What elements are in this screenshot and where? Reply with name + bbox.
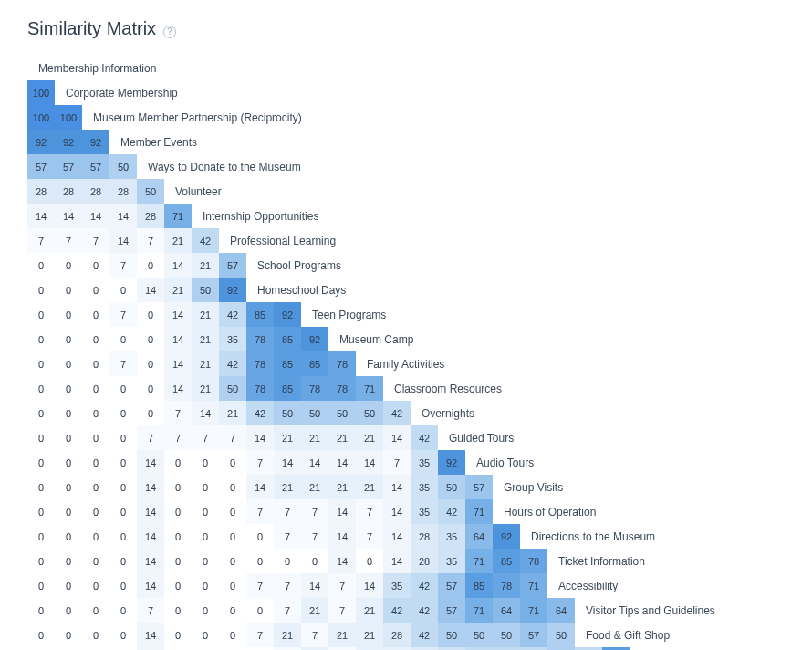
- matrix-cell[interactable]: 7: [246, 573, 274, 598]
- matrix-cell[interactable]: 0: [109, 598, 137, 623]
- matrix-cell[interactable]: 7: [27, 228, 55, 253]
- matrix-cell[interactable]: 0: [109, 278, 137, 302]
- matrix-cell[interactable]: 50: [438, 475, 465, 499]
- matrix-cell[interactable]: 35: [438, 549, 465, 573]
- matrix-cell[interactable]: 21: [192, 351, 219, 376]
- matrix-cell[interactable]: 7: [274, 499, 301, 524]
- matrix-cell[interactable]: 0: [55, 327, 82, 351]
- matrix-cell[interactable]: 14: [383, 524, 411, 549]
- matrix-cell[interactable]: 21: [192, 376, 219, 401]
- matrix-cell[interactable]: 14: [246, 425, 274, 450]
- matrix-cell[interactable]: 78: [328, 376, 356, 401]
- matrix-cell[interactable]: 92: [274, 302, 301, 327]
- matrix-cell[interactable]: 21: [192, 302, 219, 327]
- matrix-cell[interactable]: 7: [246, 623, 274, 647]
- matrix-cell[interactable]: 0: [55, 302, 82, 327]
- matrix-cell[interactable]: 78: [246, 327, 274, 351]
- matrix-cell[interactable]: 0: [137, 401, 164, 425]
- matrix-cell[interactable]: 0: [27, 549, 55, 573]
- matrix-cell[interactable]: 14: [356, 450, 383, 475]
- matrix-cell[interactable]: 14: [137, 450, 164, 475]
- matrix-cell[interactable]: 0: [27, 401, 55, 425]
- matrix-cell[interactable]: 57: [219, 253, 246, 278]
- matrix-cell[interactable]: 0: [55, 376, 82, 401]
- matrix-cell[interactable]: 50: [137, 179, 164, 204]
- matrix-cell[interactable]: 0: [55, 425, 82, 450]
- matrix-cell[interactable]: 50: [219, 376, 246, 401]
- matrix-cell[interactable]: 14: [383, 475, 411, 499]
- matrix-cell[interactable]: 92: [55, 130, 82, 154]
- matrix-cell[interactable]: 0: [27, 623, 55, 647]
- matrix-cell[interactable]: 0: [55, 623, 82, 647]
- matrix-cell[interactable]: 0: [82, 573, 109, 598]
- matrix-cell[interactable]: 100: [55, 105, 82, 130]
- matrix-cell[interactable]: 21: [328, 475, 356, 499]
- matrix-cell[interactable]: 7: [356, 524, 383, 549]
- matrix-cell[interactable]: 0: [82, 401, 109, 425]
- matrix-cell[interactable]: 14: [137, 549, 164, 573]
- matrix-cell[interactable]: 0: [55, 524, 82, 549]
- matrix-cell[interactable]: 21: [301, 475, 328, 499]
- matrix-cell[interactable]: 21: [274, 475, 301, 499]
- matrix-cell[interactable]: 0: [164, 524, 192, 549]
- matrix-cell[interactable]: 14: [109, 204, 137, 228]
- matrix-cell[interactable]: 0: [82, 524, 109, 549]
- matrix-cell[interactable]: 0: [55, 598, 82, 623]
- matrix-cell[interactable]: 0: [27, 524, 55, 549]
- matrix-cell[interactable]: 0: [109, 524, 137, 549]
- matrix-cell[interactable]: 21: [356, 425, 383, 450]
- matrix-cell[interactable]: 0: [82, 450, 109, 475]
- matrix-cell[interactable]: 0: [55, 401, 82, 425]
- matrix-cell[interactable]: 64: [547, 598, 575, 623]
- matrix-cell[interactable]: 7: [246, 499, 274, 524]
- matrix-cell[interactable]: 0: [219, 450, 246, 475]
- matrix-cell[interactable]: 14: [109, 228, 137, 253]
- matrix-cell[interactable]: 57: [438, 573, 465, 598]
- matrix-cell[interactable]: 42: [192, 228, 219, 253]
- matrix-cell[interactable]: 57: [27, 154, 55, 179]
- matrix-cell[interactable]: 21: [356, 475, 383, 499]
- matrix-cell[interactable]: 0: [164, 450, 192, 475]
- matrix-cell[interactable]: 21: [328, 623, 356, 647]
- matrix-cell[interactable]: 7: [82, 228, 109, 253]
- matrix-cell[interactable]: 7: [55, 228, 82, 253]
- matrix-cell[interactable]: 0: [55, 351, 82, 376]
- matrix-cell[interactable]: 0: [109, 549, 137, 573]
- matrix-cell[interactable]: 0: [55, 450, 82, 475]
- matrix-cell[interactable]: 85: [465, 573, 493, 598]
- matrix-cell[interactable]: 0: [55, 549, 82, 573]
- matrix-cell[interactable]: 7: [246, 450, 274, 475]
- matrix-cell[interactable]: 71: [465, 499, 493, 524]
- matrix-cell[interactable]: 0: [301, 549, 328, 573]
- matrix-cell[interactable]: 0: [55, 573, 82, 598]
- matrix-cell[interactable]: 14: [301, 450, 328, 475]
- matrix-cell[interactable]: 0: [27, 278, 55, 302]
- matrix-cell[interactable]: 0: [82, 475, 109, 499]
- matrix-cell[interactable]: 71: [520, 573, 547, 598]
- matrix-cell[interactable]: 78: [493, 573, 520, 598]
- matrix-cell[interactable]: 14: [82, 204, 109, 228]
- matrix-cell[interactable]: 0: [82, 425, 109, 450]
- matrix-cell[interactable]: 78: [328, 351, 356, 376]
- matrix-cell[interactable]: 0: [137, 376, 164, 401]
- matrix-cell[interactable]: 35: [438, 524, 465, 549]
- matrix-cell[interactable]: 57: [520, 623, 547, 647]
- matrix-cell[interactable]: 0: [109, 450, 137, 475]
- matrix-cell[interactable]: 50: [192, 278, 219, 302]
- matrix-cell[interactable]: 7: [137, 228, 164, 253]
- matrix-cell[interactable]: 0: [27, 425, 55, 450]
- matrix-cell[interactable]: 7: [301, 524, 328, 549]
- matrix-cell[interactable]: 7: [301, 623, 328, 647]
- matrix-cell[interactable]: 0: [219, 573, 246, 598]
- matrix-cell[interactable]: 21: [219, 401, 246, 425]
- matrix-cell[interactable]: 42: [219, 351, 246, 376]
- matrix-cell[interactable]: 0: [192, 524, 219, 549]
- matrix-cell[interactable]: 50: [356, 401, 383, 425]
- matrix-cell[interactable]: 0: [82, 376, 109, 401]
- matrix-cell[interactable]: 50: [109, 154, 137, 179]
- matrix-cell[interactable]: 14: [328, 499, 356, 524]
- matrix-cell[interactable]: 92: [27, 130, 55, 154]
- matrix-cell[interactable]: 14: [164, 327, 192, 351]
- matrix-cell[interactable]: 7: [274, 598, 301, 623]
- matrix-cell[interactable]: 14: [137, 623, 164, 647]
